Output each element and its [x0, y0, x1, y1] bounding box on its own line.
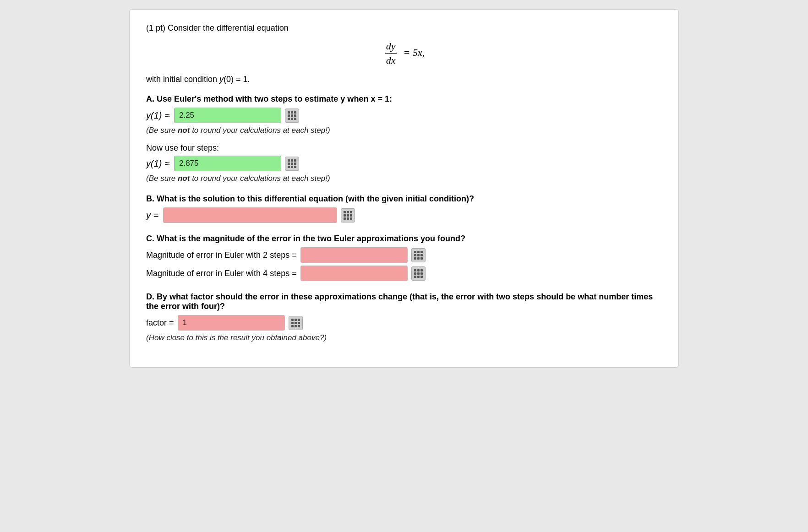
note-a1: (Be sure not to round your calculations …: [146, 126, 662, 135]
equation-rhs: = 5x,: [404, 47, 425, 58]
answer-a2-label: y(1) ≈: [146, 158, 169, 169]
grid-icon-c2[interactable]: [411, 266, 426, 281]
answer-c2-input[interactable]: [300, 266, 408, 281]
fraction: dy dx: [385, 40, 397, 66]
answer-row-a1: y(1) ≈: [146, 108, 662, 123]
answer-a1-label: y(1) ≈: [146, 110, 169, 121]
answer-row-c2: Magnitude of error in Euler with 4 steps…: [146, 266, 662, 281]
answer-a2-input[interactable]: [174, 156, 281, 171]
section-b: B. What is the solution to this differen…: [146, 194, 662, 223]
section-d-title: D. By what factor should the error in th…: [146, 292, 662, 311]
subsection-four-steps: Now use four steps: y(1) ≈ (Be sure not …: [146, 143, 662, 183]
section-a-title: A. Use Euler's method with two steps to …: [146, 94, 662, 104]
note-d: (How close to this is the result you obt…: [146, 333, 662, 342]
answer-c2-label: Magnitude of error in Euler with 4 steps…: [146, 269, 297, 278]
subsection-label: Now use four steps:: [146, 143, 662, 153]
answer-row-a2: y(1) ≈: [146, 156, 662, 171]
answer-c1-input[interactable]: [300, 247, 408, 263]
problem-title: (1 pt) Consider the differential equatio…: [146, 23, 662, 33]
answer-row-b: y =: [146, 207, 662, 223]
initial-condition: with initial condition y(0) = 1.: [146, 75, 662, 84]
grid-icon-a1[interactable]: [285, 109, 299, 123]
problem-card: (1 pt) Consider the differential equatio…: [129, 9, 679, 368]
answer-row-c1: Magnitude of error in Euler with 2 steps…: [146, 247, 662, 263]
grid-icon-d[interactable]: [289, 316, 303, 330]
grid-icon-c1[interactable]: [411, 248, 426, 262]
section-d: D. By what factor should the error in th…: [146, 292, 662, 342]
answer-c1-label: Magnitude of error in Euler with 2 steps…: [146, 250, 297, 260]
fraction-numerator: dy: [385, 40, 397, 54]
grid-icon-b[interactable]: [341, 208, 355, 223]
section-a: A. Use Euler's method with two steps to …: [146, 94, 662, 183]
section-c: C. What is the magnitude of the error in…: [146, 234, 662, 281]
answer-row-d: factor =: [146, 315, 662, 331]
fraction-denominator: dx: [385, 54, 397, 66]
answer-d-label: factor =: [146, 318, 174, 328]
section-c-title: C. What is the magnitude of the error in…: [146, 234, 662, 244]
equation-display: dy dx = 5x,: [146, 40, 662, 66]
section-b-title: B. What is the solution to this differen…: [146, 194, 662, 204]
answer-b-input[interactable]: [163, 207, 337, 223]
answer-d-input[interactable]: [178, 315, 285, 331]
answer-b-label: y =: [146, 210, 158, 221]
note-a2: (Be sure not to round your calculations …: [146, 174, 662, 183]
answer-a1-input[interactable]: [174, 108, 281, 123]
grid-icon-a2[interactable]: [285, 157, 299, 171]
